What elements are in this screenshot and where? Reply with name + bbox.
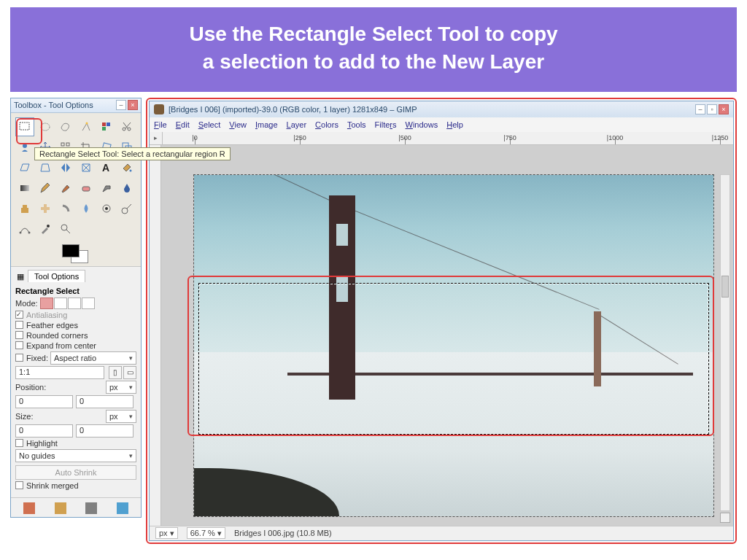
menu-tools[interactable]: Tools — [347, 120, 366, 129]
ratio-portrait-button[interactable]: ▯ — [109, 366, 122, 379]
toolbox-minimize-button[interactable]: – — [116, 100, 126, 110]
clone-tool[interactable] — [15, 199, 34, 218]
ruler-corner[interactable]: ▸ — [150, 132, 163, 144]
svg-point-2 — [86, 122, 88, 124]
smudge-tool[interactable] — [56, 199, 75, 218]
menu-help[interactable]: Help — [446, 120, 463, 129]
airbrush-tool[interactable] — [97, 179, 116, 198]
color-select-tool[interactable] — [97, 117, 116, 136]
mode-replace-button[interactable] — [40, 298, 53, 309]
size-h-input[interactable]: 0 — [76, 424, 133, 438]
size-unit-dropdown[interactable]: px — [106, 410, 136, 423]
free-select-tool[interactable] — [56, 117, 75, 136]
svg-point-27 — [20, 231, 22, 233]
menu-colors[interactable]: Colors — [315, 120, 338, 129]
guides-dropdown[interactable]: No guides — [15, 449, 136, 462]
text-tool[interactable]: A — [97, 158, 116, 177]
selection-marquee[interactable] — [199, 284, 708, 434]
restore-options-icon[interactable] — [55, 502, 66, 514]
svg-rect-9 — [61, 143, 64, 146]
status-unit-dropdown[interactable]: px ▾ — [155, 527, 178, 539]
mode-add-button[interactable] — [54, 298, 67, 309]
expand-label: Expand from center — [26, 341, 96, 350]
foreground-select-tool[interactable] — [15, 138, 34, 157]
gimp-maximize-button[interactable]: ▫ — [707, 104, 717, 114]
menu-windows[interactable]: Windows — [406, 120, 438, 129]
flip-tool[interactable] — [56, 158, 75, 177]
position-unit-dropdown[interactable]: px — [106, 381, 136, 394]
menu-select[interactable]: Select — [198, 120, 221, 129]
color-swatches[interactable] — [11, 241, 141, 266]
feather-label: Feather edges — [26, 321, 78, 330]
ratio-landscape-button[interactable]: ▭ — [123, 366, 136, 379]
tool-options-tab[interactable]: Tool Options — [28, 270, 85, 282]
bucket-fill-tool[interactable] — [117, 158, 136, 177]
gimp-minimize-button[interactable]: – — [695, 104, 705, 114]
gimp-app-icon — [154, 104, 164, 114]
zoom-tool[interactable] — [56, 219, 75, 238]
svg-point-28 — [28, 231, 31, 233]
toolbox-titlebar[interactable]: Toolbox - Tool Options – × — [11, 98, 141, 113]
status-zoom-dropdown[interactable]: 66.7 % ▾ — [187, 527, 225, 539]
menu-image[interactable]: Image — [255, 120, 278, 129]
gimp-titlebar[interactable]: [Bridges I 006] (imported)-39.0 (RGB col… — [150, 101, 733, 117]
size-w-input[interactable]: 0 — [15, 424, 73, 438]
gimp-close-button[interactable]: × — [719, 104, 729, 114]
auto-shrink-button[interactable]: Auto Shrink — [15, 465, 136, 480]
reset-options-icon[interactable] — [117, 502, 128, 514]
menu-filters[interactable]: Filters — [375, 120, 397, 129]
svg-rect-10 — [66, 143, 69, 146]
paths-tool[interactable] — [15, 219, 34, 238]
heal-tool[interactable] — [36, 199, 55, 218]
shrink-merged-checkbox[interactable] — [15, 481, 23, 489]
toolbox-status-icons — [11, 497, 141, 517]
horizontal-ruler[interactable]: ▸ |0|250|500|750|1000|1250 — [150, 132, 733, 145]
measure-tool[interactable] — [117, 199, 136, 218]
canvas-image[interactable] — [193, 174, 714, 517]
fixed-checkbox[interactable] — [15, 354, 23, 362]
highlight-label: Highlight — [26, 439, 58, 448]
navigation-preview-button[interactable] — [720, 513, 730, 523]
antialiasing-checkbox[interactable] — [15, 311, 23, 319]
foreground-color-swatch[interactable] — [62, 244, 80, 257]
menu-edit[interactable]: Edit — [176, 120, 190, 129]
cage-tool[interactable] — [77, 158, 96, 177]
rounded-checkbox[interactable] — [15, 331, 23, 339]
menu-file[interactable]: File — [154, 120, 167, 129]
scrollbar-thumb[interactable] — [721, 276, 729, 298]
blur-tool[interactable] — [77, 199, 96, 218]
ellipse-select-tool[interactable] — [36, 117, 55, 136]
vertical-ruler[interactable] — [150, 145, 161, 526]
svg-point-30 — [61, 225, 67, 230]
fixed-dropdown[interactable]: Aspect ratio — [50, 351, 136, 365]
paintbrush-tool[interactable] — [56, 179, 75, 198]
delete-options-icon[interactable] — [85, 502, 97, 514]
mode-intersect-button[interactable] — [82, 298, 95, 309]
toolbox-close-button[interactable]: × — [128, 100, 138, 110]
highlight-checkbox[interactable] — [15, 439, 23, 447]
feather-checkbox[interactable] — [15, 321, 23, 329]
eraser-tool[interactable] — [77, 179, 96, 198]
fuzzy-select-tool[interactable] — [77, 117, 96, 136]
mode-subtract-button[interactable] — [68, 298, 81, 309]
menu-layer[interactable]: Layer — [287, 120, 307, 129]
color-picker-tool[interactable] — [36, 219, 55, 238]
menu-view[interactable]: View — [229, 120, 247, 129]
rectangle-select-tool[interactable] — [15, 117, 34, 136]
save-options-icon[interactable] — [23, 502, 35, 514]
position-y-input[interactable]: 0 — [76, 395, 133, 408]
vertical-scrollbar[interactable] — [720, 174, 730, 511]
position-x-input[interactable]: 0 — [15, 395, 73, 408]
scissors-select-tool[interactable] — [117, 117, 136, 136]
perspective-tool[interactable] — [36, 158, 55, 177]
dodge-tool[interactable] — [97, 199, 116, 218]
ink-tool[interactable] — [117, 179, 136, 198]
shear-tool[interactable] — [15, 158, 34, 177]
blend-tool[interactable] — [15, 179, 34, 198]
canvas-viewport[interactable] — [161, 145, 733, 526]
toolbox-title: Toolbox - Tool Options — [14, 101, 93, 109]
pencil-tool[interactable] — [36, 179, 55, 198]
aspect-ratio-input[interactable]: 1:1 — [15, 366, 104, 379]
expand-checkbox[interactable] — [15, 341, 23, 349]
svg-point-8 — [23, 144, 27, 148]
